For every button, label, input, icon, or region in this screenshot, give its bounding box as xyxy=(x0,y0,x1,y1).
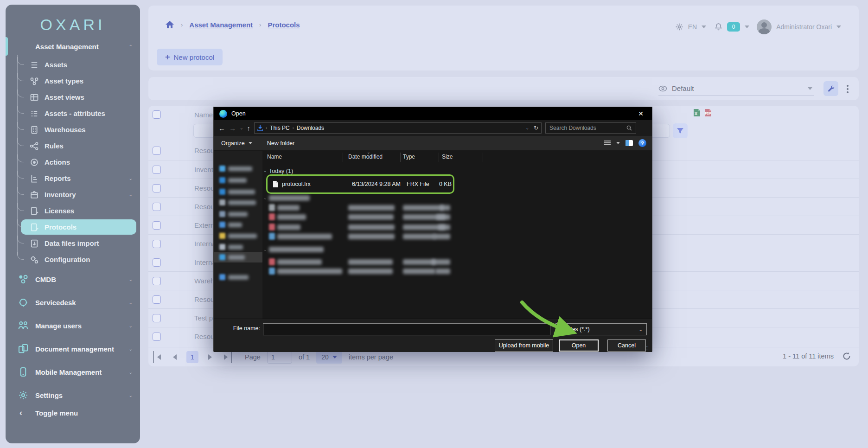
nav-pane-item[interactable] xyxy=(214,252,262,262)
nav-pane-item[interactable] xyxy=(214,198,262,208)
close-icon[interactable]: ✕ xyxy=(635,109,646,118)
sidebar-item-document-management[interactable]: Document management⌄ xyxy=(6,337,140,360)
file-type-filter-select[interactable]: All files (*.*) ⌄ xyxy=(555,323,647,335)
chevron-down-icon[interactable] xyxy=(836,26,841,28)
row-checkbox[interactable] xyxy=(153,258,161,267)
resize-grip[interactable]: ⋅⋅⋅⋅ xyxy=(646,346,651,351)
file-icon[interactable] xyxy=(269,204,275,211)
wrench-button[interactable] xyxy=(823,81,838,96)
sidebar-item-cmdb[interactable]: CMDB⌄ xyxy=(6,268,140,291)
sidebar-item-manage-users[interactable]: Manage users⌄ xyxy=(6,314,140,337)
chevron-down-icon[interactable]: ⌄ xyxy=(240,126,243,130)
more-options-button[interactable] xyxy=(843,83,852,94)
page-size-select[interactable]: 20 xyxy=(316,351,342,364)
column-header-size[interactable]: Size xyxy=(442,154,453,160)
gear-icon[interactable] xyxy=(675,23,683,31)
home-icon[interactable] xyxy=(165,20,174,29)
chevron-down-icon[interactable] xyxy=(702,26,706,28)
bell-icon[interactable] xyxy=(715,23,722,31)
cancel-button[interactable]: Cancel xyxy=(607,339,646,352)
path-segment-downloads[interactable]: Downloads xyxy=(297,125,324,131)
sidebar-item-warehouses[interactable]: Warehouses xyxy=(6,122,140,138)
dialog-title-bar[interactable]: Open ✕ xyxy=(214,107,652,120)
path-segment-this-pc[interactable]: This PC xyxy=(270,125,290,131)
sidebar-item-assets[interactable]: Assets xyxy=(6,57,140,73)
file-icon[interactable] xyxy=(269,213,275,220)
next-page-button[interactable] xyxy=(205,351,215,363)
sidebar-item-asset-management[interactable]: Asset Management ⌃ xyxy=(6,36,140,57)
new-protocol-button[interactable]: + New protocol xyxy=(157,49,223,65)
row-checkbox[interactable] xyxy=(153,221,161,230)
new-folder-button[interactable]: New folder xyxy=(267,140,295,147)
row-checkbox[interactable] xyxy=(153,147,161,155)
export-excel-icon[interactable]: X xyxy=(692,108,702,117)
view-selector[interactable]: Default xyxy=(658,81,814,96)
language-selector[interactable]: EN xyxy=(688,23,697,31)
prev-page-button[interactable] xyxy=(170,351,180,363)
sidebar-item-servicedesk[interactable]: Servicedesk⌄ xyxy=(6,291,140,314)
select-all-checkbox[interactable] xyxy=(153,110,161,119)
preview-pane-icon[interactable] xyxy=(625,140,633,146)
sidebar-item-rules[interactable]: Rules xyxy=(6,138,140,154)
breadcrumb-link-protocols[interactable]: Protocols xyxy=(268,21,300,29)
avatar[interactable] xyxy=(757,19,772,34)
nav-pane-item[interactable] xyxy=(214,209,262,219)
row-checkbox[interactable] xyxy=(153,184,161,192)
upload-from-mobile-button[interactable]: Upload from mobile xyxy=(495,339,553,352)
file-icon[interactable] xyxy=(269,268,275,275)
sidebar-item-configuration[interactable]: Configuration xyxy=(6,251,140,268)
row-checkbox[interactable] xyxy=(153,240,161,248)
group-collapse-icon[interactable]: ⌄ xyxy=(263,168,267,173)
row-checkbox[interactable] xyxy=(153,166,161,174)
chevron-down-icon[interactable] xyxy=(745,26,749,28)
open-button[interactable]: Open xyxy=(559,339,599,352)
organize-menu[interactable]: Organize xyxy=(221,140,245,147)
file-icon[interactable] xyxy=(269,233,275,240)
notification-badge[interactable]: 0 xyxy=(727,22,740,32)
nav-pane-item[interactable] xyxy=(214,175,262,186)
chevron-down-icon[interactable]: ⌄ xyxy=(525,126,529,130)
up-icon[interactable]: ↑ xyxy=(247,124,251,132)
nav-pane-item[interactable] xyxy=(214,242,262,252)
sidebar-item-inventory[interactable]: Inventory⌄ xyxy=(6,186,140,203)
first-page-button[interactable] xyxy=(153,351,163,363)
sidebar-item-licenses[interactable]: Licenses xyxy=(6,203,140,219)
row-checkbox[interactable] xyxy=(153,277,161,285)
search-box[interactable]: Search Downloads xyxy=(545,122,636,134)
file-icon[interactable] xyxy=(269,258,275,265)
help-icon[interactable]: ? xyxy=(638,139,646,147)
filter-funnel-button[interactable] xyxy=(673,123,688,138)
nav-pane-item[interactable] xyxy=(214,272,262,282)
nav-pane-item[interactable] xyxy=(214,231,262,241)
refresh-icon[interactable]: ↻ xyxy=(534,125,538,131)
last-page-button[interactable] xyxy=(222,351,232,363)
page-number-input[interactable] xyxy=(267,351,292,364)
column-header-type[interactable]: Type xyxy=(403,154,415,160)
address-path-box[interactable]: › This PC › Downloads ⌄ ↻ xyxy=(254,122,542,134)
breadcrumb-link-asset-management[interactable]: Asset Management xyxy=(189,21,253,29)
group-collapse-icon[interactable]: ⌄ xyxy=(263,247,267,252)
back-icon[interactable]: ← xyxy=(218,124,225,132)
chevron-down-icon[interactable] xyxy=(616,142,620,144)
row-checkbox[interactable] xyxy=(153,295,161,304)
sidebar-item-mobile-management[interactable]: Mobile Management⌄ xyxy=(6,360,140,384)
nav-pane-item[interactable] xyxy=(214,187,262,197)
sidebar-item-reports[interactable]: Reports⌄ xyxy=(6,170,140,186)
sidebar-item-actions[interactable]: Actions xyxy=(6,154,140,170)
sidebar-item-asset-views[interactable]: Asset views xyxy=(6,89,140,105)
sidebar-item-asset-types[interactable]: Asset types xyxy=(6,73,140,89)
column-header-date-modified[interactable]: Date modified xyxy=(348,154,383,160)
nav-pane-item[interactable] xyxy=(214,220,262,230)
current-page-button[interactable]: 1 xyxy=(186,351,198,363)
sidebar-item-protocols[interactable]: Protocols xyxy=(6,219,140,235)
forward-icon[interactable]: → xyxy=(229,124,236,132)
export-pdf-icon[interactable]: PDF xyxy=(703,108,713,117)
toggle-menu-button[interactable]: ‹ Toggle menu xyxy=(6,403,140,423)
refresh-icon[interactable] xyxy=(842,352,851,361)
row-checkbox[interactable] xyxy=(153,203,161,211)
row-checkbox[interactable] xyxy=(153,314,161,322)
file-name-input[interactable] xyxy=(263,323,550,335)
row-checkbox[interactable] xyxy=(153,333,161,341)
sidebar-item-assets-attributes[interactable]: Assets - attributes xyxy=(6,105,140,122)
sidebar-item-data-files-import[interactable]: Data files import xyxy=(6,235,140,251)
